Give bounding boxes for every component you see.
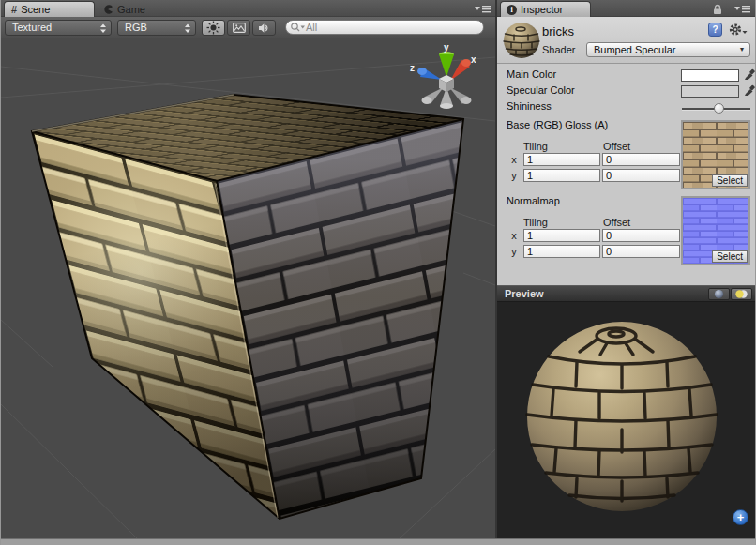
gizmo-y-label[interactable]: y (444, 42, 449, 53)
normalmap-tiling-x-input[interactable] (523, 229, 600, 242)
tab-game[interactable]: Game (100, 1, 166, 17)
y-axis-label: y (509, 246, 519, 257)
specular-color-swatch[interactable] (681, 85, 739, 98)
x-axis-label: x (509, 154, 519, 165)
main-color-label: Main Color (507, 68, 556, 80)
inspector-info-icon: i (507, 5, 517, 15)
inspector-tabstrip: i Inspector (497, 0, 755, 17)
sun-icon (206, 21, 220, 35)
updown-arrows-icon (184, 23, 191, 34)
y-axis-label: y (509, 170, 519, 181)
scene-search-field[interactable]: All (285, 20, 484, 35)
inspector-lock-icon[interactable] (712, 4, 723, 15)
normalmap-texture-select-button[interactable]: Select (712, 250, 748, 263)
base-offset-y-input[interactable] (602, 169, 680, 182)
scene-toolbar: Textured RGB (1, 17, 495, 38)
render-mode-value: Textured (12, 22, 52, 33)
tab-inspector[interactable]: i Inspector (500, 1, 591, 17)
scene-panel-menu-icon[interactable] (475, 4, 491, 14)
scene-3d-view: y x z (1, 38, 495, 538)
material-name: bricks (542, 24, 574, 38)
search-value: All (306, 22, 317, 33)
x-axis-label: x (509, 230, 519, 241)
brick-cube[interactable] (32, 95, 463, 519)
updown-arrows-icon (99, 23, 107, 34)
gizmo-z-label[interactable]: z (410, 63, 415, 73)
normalmap-texture-section: Normalmap Tiling Offset x y (497, 194, 755, 269)
tab-inspector-label: Inspector (521, 4, 563, 15)
shininess-slider-thumb[interactable] (714, 103, 724, 114)
preview-mesh-button[interactable] (708, 288, 730, 300)
tab-game-label: Game (117, 4, 145, 15)
material-header: bricks Shader Bumped Specular ▾ ? (497, 17, 755, 64)
image-icon (233, 23, 246, 33)
settings-gear-button[interactable] (728, 23, 748, 37)
specular-color-label: Specular Color (507, 84, 575, 96)
base-offset-x-input[interactable] (602, 153, 680, 166)
help-button[interactable]: ? (708, 23, 722, 37)
shader-label: Shader (542, 44, 575, 55)
shininess-slider[interactable] (682, 102, 750, 115)
inspector-panel: i Inspector (497, 0, 755, 538)
material-preview-area[interactable]: + (497, 302, 755, 538)
scene-panel: # Scene Game Textured RGB (1, 0, 495, 538)
tiling-column-label: Tiling (523, 141, 548, 152)
inspector-panel-menu-icon[interactable] (734, 4, 751, 14)
light-toggle-icon (734, 289, 748, 299)
preview-sphere (497, 302, 755, 538)
channel-mode-value: RGB (125, 22, 147, 33)
normalmap-offset-y-input[interactable] (602, 245, 680, 258)
search-icon (290, 22, 306, 33)
preview-title-bar[interactable]: Preview (497, 285, 755, 302)
orientation-gizmo[interactable]: y x z (410, 42, 476, 109)
normalmap-tiling-y-input[interactable] (523, 245, 600, 258)
tab-scene-label: Scene (21, 4, 50, 15)
base-texture-select-button[interactable]: Select (712, 174, 748, 187)
base-texture-section: Base (RGB) Gloss (A) Tiling Offset x y (497, 118, 755, 193)
main-color-swatch[interactable] (681, 69, 739, 82)
window-bottom-edge (1, 538, 755, 545)
tab-scene[interactable]: # Scene (4, 1, 95, 17)
render-mode-dropdown[interactable]: Textured (5, 20, 112, 36)
base-texture-thumbnail[interactable]: Select (681, 120, 750, 189)
normalmap-label: Normalmap (507, 195, 560, 206)
sphere-icon (714, 289, 724, 299)
channel-mode-dropdown[interactable]: RGB (117, 20, 196, 36)
base-texture-label: Base (RGB) Gloss (A) (507, 119, 608, 130)
material-sphere-thumbnail (503, 22, 540, 59)
base-tiling-y-input[interactable] (523, 169, 600, 182)
scene-lighting-toggle-button[interactable] (202, 20, 225, 36)
scene-tabstrip: # Scene Game (1, 0, 495, 17)
gear-icon (728, 23, 748, 37)
shader-dropdown[interactable]: Bumped Specular ▾ (586, 42, 750, 57)
main-color-eyedropper-icon[interactable] (744, 68, 755, 82)
base-tiling-x-input[interactable] (523, 153, 600, 166)
scene-skybox-toggle-button[interactable] (227, 20, 250, 36)
unity-editor-window: # Scene Game Textured RGB (0, 0, 756, 545)
offset-column-label: Offset (603, 141, 630, 152)
shininess-label: Shininess (507, 100, 552, 112)
normalmap-texture-thumbnail[interactable]: Select (681, 196, 750, 265)
specular-color-eyedropper-icon[interactable] (744, 83, 755, 98)
scene-grid-icon: # (11, 4, 17, 15)
dropdown-caret-icon: ▾ (740, 43, 744, 56)
gizmo-x-label[interactable]: x (471, 54, 476, 65)
tiling-column-label: Tiling (523, 217, 548, 228)
preview-zoom-plus-button[interactable]: + (733, 509, 748, 525)
normalmap-offset-x-input[interactable] (602, 229, 680, 242)
speaker-icon (258, 23, 271, 34)
preview-title: Preview (505, 288, 544, 299)
game-pacman-icon (102, 4, 113, 15)
scene-viewport[interactable]: y x z (1, 38, 495, 538)
preview-light-toggle-button[interactable] (731, 288, 752, 300)
offset-column-label: Offset (603, 217, 630, 228)
shader-value: Bumped Specular (594, 44, 675, 55)
scene-audio-toggle-button[interactable] (252, 20, 276, 36)
